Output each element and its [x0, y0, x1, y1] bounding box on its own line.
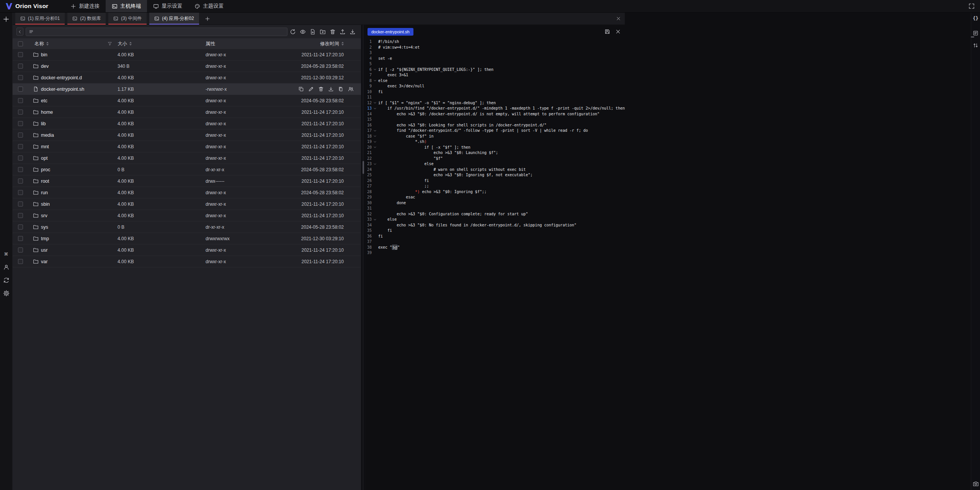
file-row-tmp[interactable]: tmp4.00 KBdrwxrwxrwx2021-12-30 03:29:10: [13, 233, 361, 244]
file-row-opt[interactable]: opt4.00 KBdrwxr-xr-x2021-11-24 17:20:10: [13, 152, 361, 164]
braces-button[interactable]: {}: [973, 15, 979, 21]
panel-splitter[interactable]: [361, 25, 366, 490]
file-name[interactable]: opt: [41, 156, 47, 161]
file-name[interactable]: sys: [41, 225, 48, 230]
back-button[interactable]: [16, 28, 23, 36]
file-name[interactable]: media: [41, 133, 54, 138]
row-checkbox[interactable]: [18, 110, 23, 115]
size-sort-carets[interactable]: [129, 42, 132, 46]
select-all-checkbox[interactable]: [18, 41, 23, 46]
row-checkbox[interactable]: [18, 179, 23, 184]
row-checkbox[interactable]: [18, 133, 23, 138]
session-tab-4[interactable]: (4) 应用-分析02: [149, 13, 199, 25]
tabbar-close-button[interactable]: [612, 13, 624, 25]
download-button[interactable]: [350, 29, 356, 35]
eye-button[interactable]: [300, 29, 306, 35]
trash-button[interactable]: [330, 29, 336, 35]
fold-chevron-icon[interactable]: [372, 134, 378, 139]
file-name[interactable]: root: [41, 179, 49, 184]
file-plus-button[interactable]: [310, 29, 316, 35]
name-sort-carets[interactable]: [46, 42, 49, 46]
nav-item-3[interactable]: 主题设置: [188, 0, 230, 12]
folder-plus-button[interactable]: [320, 29, 326, 35]
edit-action[interactable]: [308, 86, 314, 92]
file-row-sys[interactable]: sys0 Bdr-xr-xr-x2024-05-28 23:58:02: [13, 221, 361, 233]
file-row-srv[interactable]: srv4.00 KBdrwxr-xr-x2021-11-24 17:20:10: [13, 210, 361, 221]
file-name[interactable]: sbin: [41, 202, 50, 207]
file-row-usr[interactable]: usr4.00 KBdrwxr-xr-x2021-11-24 17:20:10: [13, 244, 361, 256]
file-row-media[interactable]: media4.00 KBdrwxr-xr-x2021-11-24 17:20:1…: [13, 129, 361, 141]
row-checkbox[interactable]: [18, 236, 23, 241]
command-button[interactable]: ⌘: [3, 251, 10, 257]
file-name[interactable]: home: [41, 110, 53, 115]
file-row-docker-entrypoint.d[interactable]: docker-entrypoint.d4.00 KBdrwxr-xr-x2021…: [13, 72, 361, 84]
name-filter-icon[interactable]: [108, 41, 112, 46]
row-checkbox[interactable]: [18, 87, 23, 92]
file-name[interactable]: usr: [41, 247, 47, 253]
download-action[interactable]: [328, 86, 334, 92]
add-tab-button[interactable]: [202, 13, 213, 25]
file-name[interactable]: mnt: [41, 144, 49, 149]
editor-save-button[interactable]: [604, 29, 610, 34]
editor-close-button[interactable]: [615, 29, 621, 34]
fullscreen-button[interactable]: [969, 3, 975, 9]
file-row-proc[interactable]: proc0 Bdr-xr-xr-x2024-05-28 23:58:02: [13, 164, 361, 175]
new-connection-button[interactable]: [0, 13, 12, 23]
fold-chevron-icon[interactable]: [372, 145, 378, 151]
file-name[interactable]: dev: [41, 64, 49, 69]
row-checkbox[interactable]: [18, 247, 23, 252]
file-row-docker-entrypoint.sh[interactable]: docker-entrypoint.sh1.17 KB-rwxrwxr-x: [13, 84, 361, 95]
session-tab-1[interactable]: (1) 应用-分析01: [15, 13, 65, 25]
editor-file-tab[interactable]: docker-entrypoint.sh: [368, 28, 413, 36]
fold-chevron-icon[interactable]: [372, 139, 378, 145]
copy-action[interactable]: [298, 86, 304, 92]
file-name[interactable]: docker-entrypoint.d: [41, 75, 82, 80]
file-name[interactable]: lib: [41, 121, 46, 126]
row-checkbox[interactable]: [18, 167, 23, 172]
row-checkbox[interactable]: [18, 52, 23, 57]
fold-chevron-icon[interactable]: [372, 100, 378, 106]
fold-chevron-icon[interactable]: [372, 67, 378, 73]
file-row-lib[interactable]: lib4.00 KBdrwxr-xr-x2021-11-24 17:20:10: [13, 118, 361, 129]
file-row-home[interactable]: home4.00 KBdrwxr-xr-x2021-11-24 17:20:10: [13, 107, 361, 118]
file-name[interactable]: bin: [41, 52, 47, 57]
scrollbar-thumb[interactable]: [971, 36, 974, 38]
fold-chevron-icon[interactable]: [372, 106, 378, 111]
nav-item-2[interactable]: 显示设置: [147, 0, 188, 12]
fold-chevron-icon[interactable]: [372, 217, 378, 223]
path-input[interactable]: [26, 28, 287, 36]
file-row-bin[interactable]: bin4.00 KBdrwxr-xr-x2021-11-24 17:20:10: [13, 49, 361, 61]
file-row-run[interactable]: run4.00 KBdrwxr-xr-x2024-05-28 23:58:02: [13, 187, 361, 198]
refresh-button[interactable]: [290, 29, 296, 35]
row-checkbox[interactable]: [18, 156, 23, 161]
transfer-button[interactable]: [973, 42, 979, 48]
splitter-grip[interactable]: [363, 161, 364, 174]
camera-button[interactable]: [973, 481, 979, 487]
session-tab-3[interactable]: (3) 中间件: [108, 13, 147, 25]
fold-chevron-icon[interactable]: [372, 78, 378, 84]
row-checkbox[interactable]: [18, 75, 23, 80]
fold-chevron-icon[interactable]: [372, 128, 378, 134]
file-name[interactable]: tmp: [41, 236, 49, 241]
settings-button[interactable]: [3, 290, 10, 297]
row-checkbox[interactable]: [18, 121, 23, 126]
file-name[interactable]: docker-entrypoint.sh: [41, 87, 84, 92]
mtime-sort-carets[interactable]: [341, 42, 344, 46]
nav-item-1[interactable]: 主机终端: [106, 0, 147, 12]
nav-item-0[interactable]: 新建连接: [64, 0, 106, 12]
user-button[interactable]: [3, 264, 10, 270]
row-checkbox[interactable]: [18, 98, 23, 103]
file-row-mnt[interactable]: mnt4.00 KBdrwxr-xr-x2021-11-24 17:20:10: [13, 141, 361, 152]
file-name[interactable]: run: [41, 190, 48, 195]
snippet-button[interactable]: [973, 30, 979, 36]
permission-action[interactable]: [348, 86, 354, 92]
update-button[interactable]: [3, 277, 10, 284]
file-row-dev[interactable]: dev340 Bdrwxr-xr-x2024-05-28 23:58:02: [13, 61, 361, 72]
duplicate-action[interactable]: [338, 86, 344, 92]
row-checkbox[interactable]: [18, 259, 23, 264]
upload-button[interactable]: [340, 29, 346, 35]
file-name[interactable]: var: [41, 259, 47, 264]
row-checkbox[interactable]: [18, 202, 23, 206]
session-tab-2[interactable]: (2) 数据库: [67, 13, 106, 25]
file-row-sbin[interactable]: sbin4.00 KBdrwxr-xr-x2021-11-24 17:20:10: [13, 198, 361, 210]
